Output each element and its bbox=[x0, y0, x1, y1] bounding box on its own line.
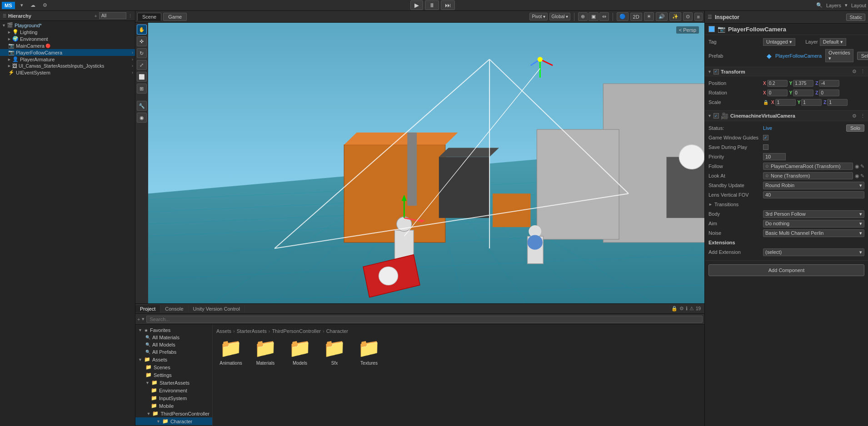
layers-label[interactable]: Layers bbox=[826, 3, 841, 8]
custom-tool-2[interactable]: ◉ bbox=[137, 113, 147, 123]
move-tool-btn[interactable]: ⊕ bbox=[578, 12, 588, 21]
rot-y-input[interactable] bbox=[793, 89, 813, 96]
layout-label[interactable]: Layout bbox=[851, 3, 866, 8]
fav-all-materials[interactable]: 🔍 All Materials bbox=[135, 334, 212, 341]
transform-gear[interactable]: ⚙ bbox=[852, 69, 857, 74]
pos-x-input[interactable] bbox=[767, 80, 788, 87]
follow-edit-icon[interactable]: ✎ bbox=[860, 163, 864, 169]
tag-dropdown[interactable]: Untagged ▾ bbox=[763, 38, 795, 46]
tree-item-uieventsystem[interactable]: ⚡ UIEventSystem › bbox=[0, 69, 135, 76]
add-component-button[interactable]: Add Component bbox=[708, 264, 864, 276]
tree-item-uicanvas[interactable]: ► 🖼 UI_Canvas_StarterAssetsInputs_Joysti… bbox=[0, 63, 135, 69]
tab-version-control[interactable]: Unity Version Control bbox=[189, 305, 245, 312]
search-icon-2[interactable]: ▾ bbox=[142, 316, 145, 322]
transform-more[interactable]: ⋮ bbox=[860, 69, 865, 74]
tab-game[interactable]: Game bbox=[163, 13, 187, 21]
layer-dropdown[interactable]: Default ▾ bbox=[820, 38, 846, 46]
priority-input[interactable] bbox=[763, 153, 786, 160]
add-icon[interactable]: + bbox=[137, 317, 140, 322]
shading-btn[interactable]: 🔵 bbox=[617, 12, 629, 21]
rect-tool-btn[interactable]: ▣ bbox=[589, 12, 599, 21]
audio-btn[interactable]: 🔊 bbox=[656, 12, 668, 21]
2d-btn[interactable]: 2D bbox=[630, 13, 642, 21]
follow-ref[interactable]: ⊙ PlayerCameraRoot (Transform) bbox=[763, 163, 853, 170]
asset-settings[interactable]: 📁 Settings bbox=[135, 371, 212, 379]
asset-mobile[interactable]: 📁 Mobile bbox=[135, 402, 212, 410]
obj-active-checkbox[interactable] bbox=[708, 26, 715, 32]
hierarchy-menu-icon[interactable]: ☰ bbox=[3, 14, 6, 18]
overlay-btn[interactable]: ⊙ bbox=[683, 12, 693, 21]
scale-y-input[interactable] bbox=[801, 99, 822, 106]
favorites-header[interactable]: ▼ ★ Favorites bbox=[135, 327, 212, 334]
tree-item-playerfollowcamera[interactable]: 📷 PlayerFollowCamera › bbox=[0, 49, 135, 56]
project-search-input[interactable] bbox=[146, 316, 703, 323]
folder-materials[interactable]: 📁 Materials bbox=[251, 337, 280, 366]
scale-x-input[interactable] bbox=[775, 99, 796, 106]
add-extension-dropdown[interactable]: (select) ▾ bbox=[763, 248, 864, 256]
warning-icon[interactable]: ⚠ bbox=[689, 306, 694, 312]
tab-project[interactable]: Project bbox=[135, 305, 160, 312]
aim-dropdown[interactable]: Do nothing ▾ bbox=[763, 220, 864, 228]
hierarchy-options-icon[interactable]: ⋮ bbox=[128, 14, 132, 18]
settings-icon[interactable]: ⚙ bbox=[41, 2, 49, 8]
tree-item-lighting[interactable]: ► 💡 Lighting bbox=[0, 29, 135, 35]
save-during-play-checkbox[interactable] bbox=[763, 144, 768, 150]
cinemachine-gear[interactable]: ⚙ bbox=[852, 113, 857, 119]
asset-starterassets[interactable]: ▼ 📁 StarterAssets bbox=[135, 379, 212, 386]
asset-scenes[interactable]: 📁 Scenes bbox=[135, 363, 212, 371]
asset-thirdperson[interactable]: ▼ 📁 ThirdPersonController bbox=[135, 410, 212, 417]
tree-item-playerarmature[interactable]: ► 👤 PlayerArmature › bbox=[0, 56, 135, 63]
folder-sfx[interactable]: 📁 Sfx bbox=[320, 337, 349, 366]
global-dropdown[interactable]: Global ▾ bbox=[549, 13, 570, 20]
cinemachine-check[interactable]: ✓ bbox=[713, 113, 719, 119]
transform-check[interactable]: ✓ bbox=[713, 69, 719, 74]
play-button[interactable]: ▶ bbox=[410, 0, 423, 10]
transform-tool-btn[interactable]: ⇔ bbox=[599, 12, 609, 21]
rect-tool[interactable]: ⬜ bbox=[137, 72, 147, 82]
bc-starterassets[interactable]: StarterAssets bbox=[237, 328, 267, 334]
folder-textures[interactable]: 📁 Textures bbox=[354, 337, 384, 366]
light-btn[interactable]: ☀ bbox=[644, 12, 654, 21]
tab-scene[interactable]: Scene bbox=[137, 13, 161, 21]
pos-y-input[interactable] bbox=[793, 80, 813, 87]
tree-item-playground[interactable]: ▼ 🎬 Playground* bbox=[0, 22, 135, 29]
rot-z-input[interactable] bbox=[819, 89, 839, 96]
tab-console[interactable]: Console bbox=[160, 305, 188, 312]
lens-input[interactable] bbox=[763, 191, 864, 198]
persp-label[interactable]: < Persp bbox=[676, 26, 699, 34]
asset-inputsystem[interactable]: 📁 InputSystem bbox=[135, 394, 212, 402]
transform-header[interactable]: ▼ ✓ Transform ⚙ ⋮ bbox=[705, 67, 868, 76]
lookat-select-icon[interactable]: ◉ bbox=[855, 173, 859, 179]
bc-thirdperson[interactable]: ThirdPersonController bbox=[272, 328, 321, 334]
folder-models[interactable]: 📁 Models bbox=[285, 337, 314, 366]
settings-icon-2[interactable]: ⚙ bbox=[679, 306, 684, 312]
pivot-dropdown[interactable]: Pivot ▾ bbox=[529, 13, 547, 20]
hierarchy-add-icon[interactable]: + bbox=[95, 13, 97, 19]
follow-select-icon[interactable]: ◉ bbox=[855, 163, 859, 169]
asset-environment[interactable]: 📁 Environment bbox=[135, 386, 212, 394]
gizmos-btn[interactable]: ≡ bbox=[694, 13, 703, 21]
body-dropdown[interactable]: 3rd Person Follow ▾ bbox=[763, 210, 864, 218]
info-icon[interactable]: ℹ bbox=[686, 306, 688, 312]
tree-item-maincamera[interactable]: 📷 MainCamera 🔴 bbox=[0, 42, 135, 49]
noise-dropdown[interactable]: Basic Multi Channel Perlin ▾ bbox=[763, 229, 864, 237]
fav-all-models[interactable]: 🔍 All Models bbox=[135, 341, 212, 348]
overrides-dropdown[interactable]: Overrides ▾ bbox=[825, 49, 853, 62]
rot-x-input[interactable] bbox=[767, 89, 788, 96]
game-window-checkbox[interactable] bbox=[763, 135, 768, 140]
tree-item-environment[interactable]: ► 🌍 Environment bbox=[0, 35, 135, 42]
lookat-ref[interactable]: ⊙ None (Transform) bbox=[763, 172, 853, 179]
pause-button[interactable]: ⏸ bbox=[425, 0, 439, 10]
cloud-icon[interactable]: ☁ bbox=[29, 2, 37, 8]
folder-animations[interactable]: 📁 Animations bbox=[216, 337, 245, 366]
transform-tool-all[interactable]: ⊞ bbox=[137, 84, 147, 94]
lock-icon[interactable]: 🔒 bbox=[671, 306, 678, 312]
ms-dropdown[interactable]: ▾ bbox=[19, 2, 25, 8]
move-tool[interactable]: ✜ bbox=[137, 36, 147, 46]
scale-z-input[interactable] bbox=[827, 99, 848, 106]
standby-dropdown[interactable]: Round Robin ▾ bbox=[763, 182, 864, 189]
effects-btn[interactable]: ✨ bbox=[669, 12, 681, 21]
pos-z-input[interactable] bbox=[819, 80, 839, 87]
inspector-menu[interactable]: ☰ bbox=[708, 14, 712, 20]
scale-tool[interactable]: ⤢ bbox=[137, 60, 147, 70]
